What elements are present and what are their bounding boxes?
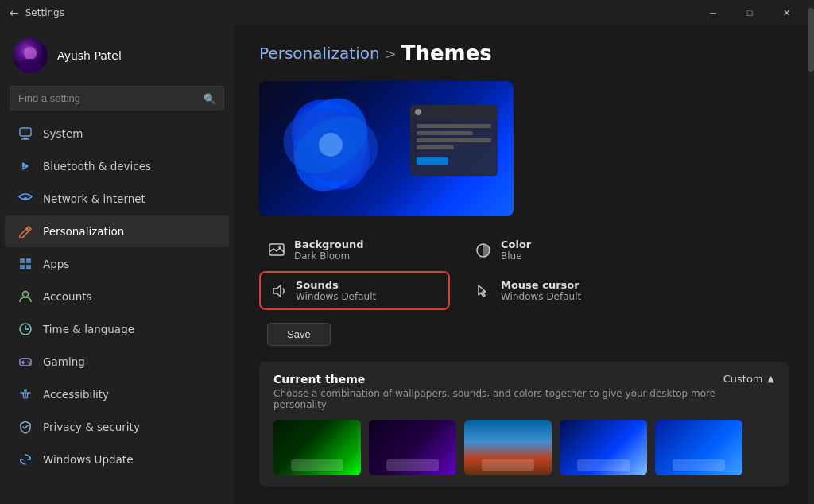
theme-option-mouse-cursor[interactable]: Mouse cursor Windows Default [466, 271, 657, 310]
theme-flower-decoration [275, 89, 386, 200]
mouse-cursor-option-icon [474, 281, 493, 300]
theme-thumbnail-green[interactable] [273, 420, 361, 475]
minimize-button[interactable]: ─ [695, 0, 731, 25]
svg-rect-10 [26, 265, 31, 269]
svg-rect-7 [20, 258, 25, 263]
sidebar-item-personalization[interactable]: Personalization [5, 215, 229, 247]
maximize-button[interactable]: □ [731, 0, 768, 25]
color-option-icon [474, 241, 493, 260]
sidebar-item-update[interactable]: Windows Update [5, 444, 229, 475]
theme-thumbnail-blue-wave[interactable] [655, 420, 742, 475]
search-icon: 🔍 [204, 92, 216, 104]
titlebar-controls: ─ □ ✕ [695, 0, 804, 25]
theme-option-color[interactable]: Color Blue [466, 232, 657, 268]
background-option-icon [267, 241, 286, 260]
svg-point-16 [24, 389, 27, 392]
search-input[interactable] [10, 86, 224, 110]
time-icon [17, 321, 33, 337]
thumb-overlay [273, 420, 361, 475]
theme-thumbnails [273, 420, 774, 475]
svg-rect-8 [26, 258, 31, 263]
svg-point-11 [23, 292, 29, 297]
background-option-text: Background Dark Bloom [294, 238, 364, 262]
save-button[interactable]: Save [267, 323, 331, 346]
color-option-text: Color Blue [501, 238, 531, 262]
gaming-icon [17, 354, 33, 370]
svg-point-6 [24, 197, 27, 200]
svg-point-23 [278, 246, 281, 249]
thumb-overlay [464, 420, 552, 475]
breadcrumb-separator: > [385, 45, 397, 62]
avatar-image [13, 38, 48, 73]
theme-window-line [417, 138, 491, 142]
scrollbar-track[interactable] [808, 25, 814, 504]
theme-options-grid: Background Dark Bloom Color Blue [259, 232, 657, 310]
sidebar-item-privacy[interactable]: Privacy & security [5, 411, 229, 443]
bluetooth-icon [17, 158, 33, 174]
thumb-icon-bar [577, 459, 630, 471]
theme-thumbnail-windows[interactable] [560, 420, 647, 475]
update-icon [17, 452, 33, 467]
close-button[interactable]: ✕ [768, 0, 804, 25]
privacy-icon [17, 419, 33, 435]
theme-window-line [417, 145, 454, 149]
svg-rect-3 [20, 128, 31, 136]
mouse-cursor-option-text: Mouse cursor Windows Default [501, 279, 581, 302]
theme-window-accent-button [417, 157, 448, 165]
sidebar-item-accounts[interactable]: Accounts [5, 281, 229, 312]
theme-window-titlebar [410, 105, 498, 119]
sidebar-item-apps[interactable]: Apps [5, 248, 229, 280]
breadcrumb-current: Themes [401, 41, 492, 65]
titlebar: ← Settings ─ □ ✕ [0, 0, 814, 25]
theme-thumbnail-mountain[interactable] [464, 420, 552, 475]
breadcrumb: Personalization > Themes [259, 41, 789, 65]
back-arrow-icon[interactable]: ← [10, 6, 19, 19]
thumb-icon-bar [291, 459, 343, 471]
theme-option-sounds[interactable]: Sounds Windows Default [259, 271, 450, 310]
thumb-icon-bar [673, 459, 725, 471]
sidebar-item-accessibility[interactable]: Accessibility [5, 378, 229, 410]
current-theme-value[interactable]: Custom ▲ [723, 373, 774, 385]
theme-window-line [417, 131, 473, 135]
app-body: Ayush Patel 🔍 System [0, 25, 814, 504]
svg-point-15 [29, 363, 30, 365]
sidebar-item-system[interactable]: System [5, 118, 229, 149]
theme-window-line [417, 124, 491, 128]
sidebar-item-network[interactable]: Network & internet [5, 183, 229, 215]
current-theme-label: Custom [723, 373, 763, 385]
sidebar-profile[interactable]: Ayush Patel [0, 25, 234, 83]
thumb-overlay [560, 420, 647, 475]
thumb-icon-bar [482, 459, 534, 471]
current-theme-info: Current theme Choose a combination of wa… [273, 373, 723, 410]
breadcrumb-parent[interactable]: Personalization [259, 44, 380, 63]
profile-name: Ayush Patel [57, 49, 122, 62]
sidebar-item-bluetooth[interactable]: Bluetooth & devices [5, 150, 229, 182]
sidebar: Ayush Patel 🔍 System [0, 25, 234, 504]
sounds-option-icon [269, 281, 288, 300]
theme-window-content [410, 119, 498, 170]
sidebar-item-time[interactable]: Time & language [5, 313, 229, 345]
current-theme-title: Current theme [273, 373, 723, 386]
svg-point-14 [27, 362, 29, 363]
system-icon [17, 126, 33, 142]
personalization-icon [17, 223, 33, 239]
titlebar-left: ← Settings [10, 6, 64, 19]
theme-preview-background [259, 81, 514, 216]
theme-window-preview [410, 105, 498, 176]
sounds-option-text: Sounds Windows Default [296, 279, 376, 302]
svg-point-1 [24, 47, 37, 60]
search-box: 🔍 [10, 86, 224, 110]
avatar [13, 38, 48, 73]
sidebar-item-gaming[interactable]: Gaming [5, 346, 229, 378]
chevron-up-icon: ▲ [768, 374, 774, 384]
current-theme-header: Current theme Choose a combination of wa… [273, 373, 774, 410]
sidebar-nav: System Bluetooth & devices [0, 117, 234, 476]
theme-option-background[interactable]: Background Dark Bloom [259, 232, 450, 268]
svg-rect-9 [20, 265, 25, 269]
theme-thumbnail-purple[interactable] [369, 420, 456, 475]
current-theme-section: Current theme Choose a combination of wa… [259, 362, 789, 487]
thumb-overlay [655, 420, 742, 475]
accessibility-icon [17, 386, 33, 402]
main-content: Personalization > Themes [234, 25, 814, 504]
scrollbar-thumb[interactable] [808, 25, 814, 72]
